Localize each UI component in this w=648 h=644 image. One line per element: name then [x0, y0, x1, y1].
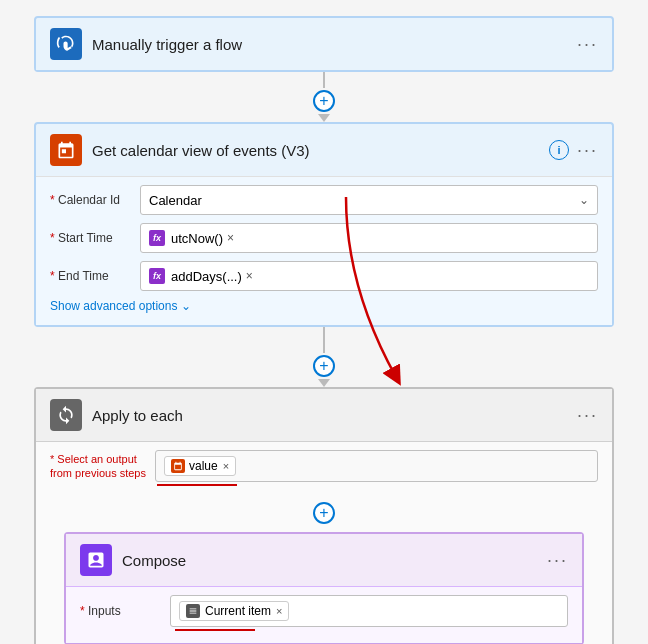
calendar-card: Get calendar view of events (V3) i ··· *…: [34, 122, 614, 327]
apply-card: Apply to each ··· * Select an outputfrom…: [34, 387, 614, 644]
fx-icon-start: fx: [149, 230, 165, 246]
chevron-down-icon-advanced: ⌄: [181, 299, 191, 313]
calendar-more[interactable]: ···: [577, 140, 598, 161]
value-tag-text: value: [189, 459, 218, 473]
red-underline-bar: [157, 484, 598, 486]
trigger-icon: [50, 28, 82, 60]
connector-1: +: [313, 72, 335, 122]
start-time-close[interactable]: ×: [227, 231, 234, 245]
calendar-card-header: Get calendar view of events (V3) i ···: [36, 124, 612, 176]
current-item-red-underline: [175, 629, 255, 631]
apply-card-header: Apply to each ···: [36, 389, 612, 441]
select-output-label: * Select an outputfrom previous steps: [50, 452, 155, 481]
office-icon: [171, 459, 185, 473]
value-tag: value ×: [164, 456, 236, 476]
calendar-title: Get calendar view of events (V3): [92, 142, 549, 159]
flow-container: Manually trigger a flow ··· + Get calend…: [34, 16, 614, 644]
connector-line-1: [323, 72, 325, 88]
compose-icon: [80, 544, 112, 576]
current-item-icon: [186, 604, 200, 618]
connector-line-2: [323, 327, 325, 353]
add-step-button-1[interactable]: +: [313, 90, 335, 112]
red-underline: [157, 484, 237, 486]
inner-connector: +: [50, 494, 598, 532]
apply-body: * Select an outputfrom previous steps va…: [36, 441, 612, 644]
calendar-id-label: * Calendar Id: [50, 193, 140, 207]
add-step-button-2[interactable]: +: [313, 355, 335, 377]
fx-icon-end: fx: [149, 268, 165, 284]
compose-title: Compose: [122, 552, 547, 569]
apply-icon: [50, 399, 82, 431]
compose-body: * Inputs Current item ×: [66, 586, 582, 643]
end-time-row: * End Time fx addDays(...) ×: [50, 261, 598, 291]
trigger-more[interactable]: ···: [577, 34, 598, 55]
inputs-label: * Inputs: [80, 604, 170, 618]
inputs-input[interactable]: Current item ×: [170, 595, 568, 627]
end-time-label: * End Time: [50, 269, 140, 283]
calendar-id-input[interactable]: Calendar ⌄: [140, 185, 598, 215]
connector-2-wrapper: +: [34, 327, 614, 387]
current-item-label: Current item: [205, 604, 271, 618]
compose-card: Compose ··· * Inputs: [64, 532, 584, 644]
current-item-tag: Current item ×: [179, 601, 289, 621]
end-time-input[interactable]: fx addDays(...) ×: [140, 261, 598, 291]
compose-header: Compose ···: [66, 534, 582, 586]
compose-more[interactable]: ···: [547, 550, 568, 571]
connector-2: +: [313, 327, 335, 387]
start-time-row: * Start Time fx utcNow() ×: [50, 223, 598, 253]
inputs-row: * Inputs Current item ×: [80, 595, 568, 627]
current-item-close[interactable]: ×: [276, 605, 282, 617]
value-input[interactable]: value ×: [155, 450, 598, 482]
select-output-row: * Select an outputfrom previous steps va…: [50, 450, 598, 482]
trigger-card-header: Manually trigger a flow ···: [36, 18, 612, 70]
trigger-card: Manually trigger a flow ···: [34, 16, 614, 72]
end-time-tag: addDays(...): [171, 269, 242, 284]
end-time-close[interactable]: ×: [246, 269, 253, 283]
trigger-title: Manually trigger a flow: [92, 36, 577, 53]
add-step-inner-button[interactable]: +: [313, 502, 335, 524]
connector-arrow-2: [318, 379, 330, 387]
start-time-tag: utcNow(): [171, 231, 223, 246]
apply-more[interactable]: ···: [577, 405, 598, 426]
chevron-down-icon: ⌄: [579, 193, 589, 207]
show-advanced[interactable]: Show advanced options ⌄: [50, 299, 598, 313]
calendar-card-body: * Calendar Id Calendar ⌄ * Start Time fx…: [36, 176, 612, 325]
start-time-label: * Start Time: [50, 231, 140, 245]
calendar-icon: [50, 134, 82, 166]
info-icon[interactable]: i: [549, 140, 569, 160]
apply-title: Apply to each: [92, 407, 577, 424]
calendar-id-row: * Calendar Id Calendar ⌄: [50, 185, 598, 215]
calendar-id-value: Calendar: [149, 193, 202, 208]
current-item-red-underline-wrapper: [175, 629, 568, 631]
value-tag-close[interactable]: ×: [223, 460, 229, 472]
connector-arrow-1: [318, 114, 330, 122]
start-time-input[interactable]: fx utcNow() ×: [140, 223, 598, 253]
